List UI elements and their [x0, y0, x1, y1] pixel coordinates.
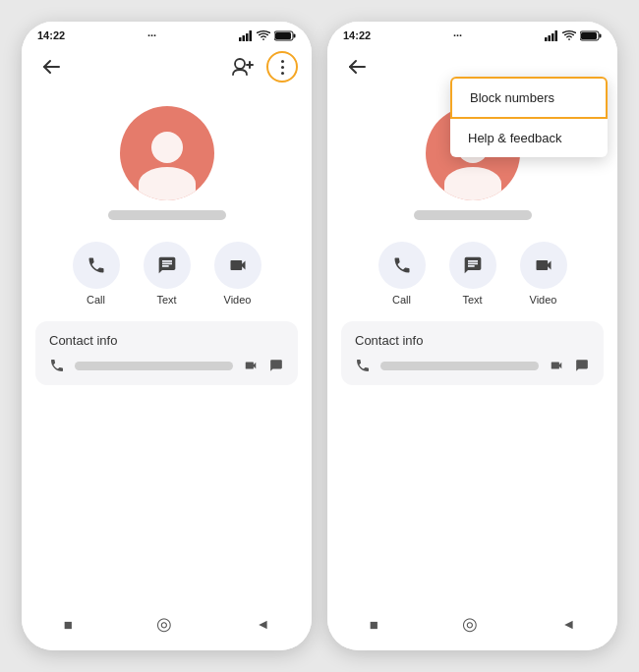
top-bar-left-2: [341, 51, 373, 83]
svg-rect-16: [581, 32, 597, 39]
contact-name-placeholder-2: [414, 210, 532, 220]
phone-icon-1: [49, 358, 65, 373]
call-action-1[interactable]: Call: [73, 242, 120, 306]
text-circle-1: [144, 242, 191, 289]
video-action-1[interactable]: Video: [214, 242, 261, 306]
call-circle-2: [378, 242, 426, 289]
video-circle-1: [214, 242, 261, 289]
video-action-2[interactable]: Video: [520, 242, 567, 306]
call-label-2: Call: [392, 294, 411, 306]
avatar-1: [120, 106, 214, 200]
text-action-1[interactable]: Text: [144, 242, 191, 306]
svg-rect-11: [545, 37, 548, 41]
phone-number-placeholder-2: [380, 362, 539, 370]
status-bar-2: 14:22 ···: [327, 22, 617, 45]
contact-info-title-2: Contact info: [355, 333, 590, 348]
add-contact-button-1[interactable]: [227, 51, 259, 83]
svg-point-8: [235, 59, 245, 69]
nav-triangle-2[interactable]: ◄: [561, 616, 575, 632]
svg-rect-2: [246, 33, 249, 41]
avatar-head-1: [151, 132, 183, 163]
contact-info-title-1: Contact info: [49, 333, 284, 348]
video-label-1: Video: [224, 294, 252, 306]
signal-icon-1: [239, 30, 253, 41]
call-action-2[interactable]: Call: [378, 242, 426, 306]
phone-number-placeholder-1: [75, 362, 233, 370]
help-feedback-item[interactable]: Help & feedback: [450, 119, 608, 157]
nav-circle-1[interactable]: ◎: [156, 613, 172, 635]
nav-square-2[interactable]: ■: [370, 616, 378, 633]
message-small-icon-2[interactable]: [574, 359, 590, 372]
contact-info-row-2: [355, 358, 590, 373]
contact-info-section-1: Contact info: [35, 321, 298, 385]
contact-name-placeholder-1: [108, 210, 226, 220]
top-bar-left-1: [35, 51, 67, 83]
status-time-1: 14:22: [37, 29, 65, 41]
avatar-section-1: [22, 90, 312, 228]
svg-rect-3: [250, 30, 253, 41]
avatar-person-icon-1: [120, 106, 214, 200]
nav-circle-2[interactable]: ◎: [462, 613, 478, 635]
message-small-icon-1[interactable]: [268, 359, 284, 372]
svg-rect-14: [555, 30, 558, 41]
block-numbers-item[interactable]: Block numbers: [450, 77, 608, 119]
status-icons-1: [239, 30, 296, 41]
svg-rect-5: [275, 32, 291, 39]
svg-rect-1: [243, 35, 246, 41]
video-label-2: Video: [530, 294, 557, 306]
dropdown-menu-2: Block numbers Help & feedback: [450, 77, 608, 157]
call-label-1: Call: [87, 294, 105, 306]
video-small-icon-1[interactable]: [243, 359, 259, 372]
top-bar-1: [22, 45, 312, 90]
signal-icon-2: [545, 30, 558, 41]
svg-rect-6: [294, 33, 296, 37]
phone-2: 14:22 ···: [327, 22, 617, 650]
nav-triangle-1[interactable]: ◄: [256, 616, 269, 632]
video-circle-2: [520, 242, 567, 289]
status-dots-2: ···: [453, 29, 462, 41]
menu-button-1[interactable]: [266, 51, 298, 83]
nav-bar-1: ■ ◎ ◄: [22, 601, 312, 650]
back-button-1[interactable]: [35, 51, 67, 83]
svg-rect-0: [239, 37, 242, 41]
battery-icon-2: [580, 30, 602, 41]
text-label-1: Text: [156, 294, 176, 306]
text-action-2[interactable]: Text: [449, 242, 496, 306]
contact-row-actions-1: [243, 359, 284, 372]
svg-rect-13: [552, 33, 554, 41]
contact-info-section-2: Contact info: [341, 321, 604, 385]
wifi-icon-1: [257, 30, 270, 41]
text-circle-2: [449, 242, 496, 289]
avatar-body-1: [139, 167, 196, 200]
svg-rect-12: [549, 35, 552, 41]
phone-1: 14:22 ···: [22, 22, 312, 650]
nav-square-1[interactable]: ■: [64, 616, 73, 633]
contact-row-actions-2: [549, 359, 590, 372]
nav-bar-2: ■ ◎ ◄: [327, 601, 617, 650]
text-label-2: Text: [462, 294, 482, 306]
call-circle-1: [73, 242, 120, 289]
action-buttons-2: Call Text Video: [327, 228, 617, 315]
action-buttons-1: Call Text Video: [22, 228, 312, 315]
battery-icon-1: [274, 30, 296, 41]
top-bar-right-1: [227, 51, 298, 83]
status-time-2: 14:22: [343, 29, 371, 41]
status-dots-1: ···: [147, 29, 156, 41]
avatar-body-2: [444, 167, 501, 200]
three-dots-icon-1: [281, 60, 284, 75]
status-bar-1: 14:22 ···: [22, 22, 312, 45]
status-icons-2: [545, 30, 602, 41]
svg-rect-17: [600, 33, 602, 37]
wifi-icon-2: [562, 30, 576, 41]
contact-info-row-1: [49, 358, 284, 373]
video-small-icon-2[interactable]: [549, 359, 564, 372]
phone-icon-2: [355, 358, 371, 373]
back-button-2[interactable]: [341, 51, 373, 83]
